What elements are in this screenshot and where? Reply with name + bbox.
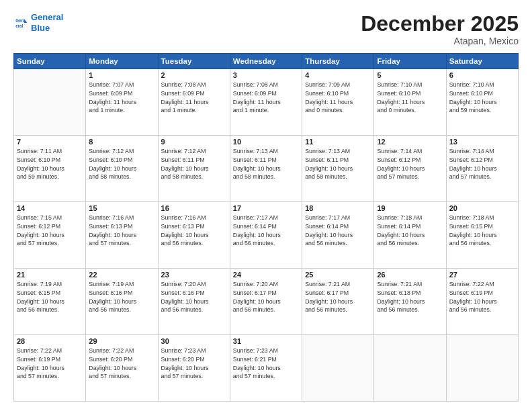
svg-text:eral: eral	[15, 24, 23, 28]
day-number: 29	[89, 337, 154, 345]
day-info: Sunrise: 7:18 AMSunset: 6:15 PMDaylight:…	[449, 214, 515, 248]
day-info: Sunrise: 7:12 AMSunset: 6:11 PMDaylight:…	[161, 147, 227, 181]
calendar-cell: 23Sunrise: 7:20 AMSunset: 6:16 PMDayligh…	[158, 269, 230, 335]
calendar-cell: 28Sunrise: 7:22 AMSunset: 6:19 PMDayligh…	[14, 335, 86, 402]
calendar-cell: 20Sunrise: 7:18 AMSunset: 6:15 PMDayligh…	[446, 202, 518, 269]
day-number: 7	[17, 138, 83, 146]
title-block: December 2025 Atapan, Mexico	[361, 12, 519, 46]
day-number: 25	[305, 271, 371, 279]
day-info: Sunrise: 7:23 AMSunset: 6:20 PMDaylight:…	[161, 347, 227, 381]
week-row-1: 1Sunrise: 7:07 AMSunset: 6:09 PMDaylight…	[14, 69, 519, 136]
weekday-header-tuesday: Tuesday	[158, 54, 230, 69]
weekday-header-saturday: Saturday	[446, 54, 518, 69]
day-number: 13	[449, 138, 515, 146]
calendar-cell	[14, 69, 86, 136]
day-number: 18	[305, 204, 371, 212]
day-number: 31	[233, 337, 299, 345]
day-number: 28	[17, 337, 83, 345]
calendar-cell: 16Sunrise: 7:16 AMSunset: 6:13 PMDayligh…	[158, 202, 230, 269]
calendar-cell: 15Sunrise: 7:16 AMSunset: 6:13 PMDayligh…	[86, 202, 158, 269]
logo-line2: Blue	[31, 23, 50, 33]
day-number: 27	[449, 271, 515, 279]
calendar-cell: 11Sunrise: 7:13 AMSunset: 6:11 PMDayligh…	[302, 136, 374, 202]
day-info: Sunrise: 7:16 AMSunset: 6:13 PMDaylight:…	[161, 214, 227, 248]
calendar-cell: 5Sunrise: 7:10 AMSunset: 6:10 PMDaylight…	[374, 69, 446, 136]
calendar-cell: 31Sunrise: 7:23 AMSunset: 6:21 PMDayligh…	[230, 335, 302, 402]
calendar-cell: 10Sunrise: 7:13 AMSunset: 6:11 PMDayligh…	[230, 136, 302, 202]
calendar-cell: 25Sunrise: 7:21 AMSunset: 6:17 PMDayligh…	[302, 269, 374, 335]
day-info: Sunrise: 7:20 AMSunset: 6:17 PMDaylight:…	[233, 280, 299, 314]
day-number: 22	[89, 271, 154, 279]
weekday-header-friday: Friday	[374, 54, 446, 69]
calendar-cell: 14Sunrise: 7:15 AMSunset: 6:12 PMDayligh…	[14, 202, 86, 269]
calendar-cell: 21Sunrise: 7:19 AMSunset: 6:15 PMDayligh…	[14, 269, 86, 335]
calendar-cell: 26Sunrise: 7:21 AMSunset: 6:18 PMDayligh…	[374, 269, 446, 335]
week-row-2: 7Sunrise: 7:11 AMSunset: 6:10 PMDaylight…	[14, 136, 519, 202]
calendar-cell: 27Sunrise: 7:22 AMSunset: 6:19 PMDayligh…	[446, 269, 518, 335]
calendar-cell: 7Sunrise: 7:11 AMSunset: 6:10 PMDaylight…	[14, 136, 86, 202]
day-number: 30	[161, 337, 227, 345]
calendar-cell	[374, 335, 446, 402]
day-info: Sunrise: 7:19 AMSunset: 6:16 PMDaylight:…	[89, 280, 154, 314]
week-row-3: 14Sunrise: 7:15 AMSunset: 6:12 PMDayligh…	[14, 202, 519, 269]
calendar-cell: 4Sunrise: 7:09 AMSunset: 6:10 PMDaylight…	[302, 69, 374, 136]
day-info: Sunrise: 7:14 AMSunset: 6:12 PMDaylight:…	[377, 147, 443, 181]
weekday-header-row: SundayMondayTuesdayWednesdayThursdayFrid…	[14, 54, 519, 69]
calendar-cell: 30Sunrise: 7:23 AMSunset: 6:20 PMDayligh…	[158, 335, 230, 402]
day-info: Sunrise: 7:21 AMSunset: 6:17 PMDaylight:…	[305, 280, 371, 314]
day-info: Sunrise: 7:08 AMSunset: 6:09 PMDaylight:…	[233, 81, 299, 115]
day-number: 12	[377, 138, 443, 146]
page: Gen eral General Blue December 2025 Atap…	[0, 0, 532, 411]
day-info: Sunrise: 7:17 AMSunset: 6:14 PMDaylight:…	[233, 214, 299, 248]
day-number: 20	[449, 204, 515, 212]
header: Gen eral General Blue December 2025 Atap…	[13, 12, 519, 46]
day-number: 15	[89, 204, 154, 212]
month-title: December 2025	[361, 12, 519, 36]
day-number: 10	[233, 138, 299, 146]
day-info: Sunrise: 7:09 AMSunset: 6:10 PMDaylight:…	[305, 81, 371, 115]
day-info: Sunrise: 7:15 AMSunset: 6:12 PMDaylight:…	[17, 214, 83, 248]
day-info: Sunrise: 7:07 AMSunset: 6:09 PMDaylight:…	[89, 81, 154, 115]
day-info: Sunrise: 7:13 AMSunset: 6:11 PMDaylight:…	[233, 147, 299, 181]
day-number: 17	[233, 204, 299, 212]
day-number: 3	[233, 71, 299, 79]
day-number: 2	[161, 71, 227, 79]
logo-icon: Gen eral	[13, 15, 28, 30]
calendar-cell: 6Sunrise: 7:10 AMSunset: 6:10 PMDaylight…	[446, 69, 518, 136]
day-number: 8	[89, 138, 154, 146]
svg-text:Gen: Gen	[15, 18, 24, 23]
logo: Gen eral General Blue	[13, 12, 63, 33]
day-info: Sunrise: 7:20 AMSunset: 6:16 PMDaylight:…	[161, 280, 227, 314]
calendar-cell	[302, 335, 374, 402]
calendar-cell: 12Sunrise: 7:14 AMSunset: 6:12 PMDayligh…	[374, 136, 446, 202]
day-info: Sunrise: 7:18 AMSunset: 6:14 PMDaylight:…	[377, 214, 443, 248]
day-number: 6	[449, 71, 515, 79]
calendar-cell: 17Sunrise: 7:17 AMSunset: 6:14 PMDayligh…	[230, 202, 302, 269]
calendar-cell: 9Sunrise: 7:12 AMSunset: 6:11 PMDaylight…	[158, 136, 230, 202]
day-number: 23	[161, 271, 227, 279]
logo-line1: General	[31, 12, 63, 22]
day-number: 16	[161, 204, 227, 212]
calendar-cell: 2Sunrise: 7:08 AMSunset: 6:09 PMDaylight…	[158, 69, 230, 136]
week-row-4: 21Sunrise: 7:19 AMSunset: 6:15 PMDayligh…	[14, 269, 519, 335]
calendar-cell: 22Sunrise: 7:19 AMSunset: 6:16 PMDayligh…	[86, 269, 158, 335]
day-info: Sunrise: 7:21 AMSunset: 6:18 PMDaylight:…	[377, 280, 443, 314]
day-number: 26	[377, 271, 443, 279]
logo-text: General Blue	[31, 12, 63, 33]
calendar-cell: 13Sunrise: 7:14 AMSunset: 6:12 PMDayligh…	[446, 136, 518, 202]
calendar-cell: 24Sunrise: 7:20 AMSunset: 6:17 PMDayligh…	[230, 269, 302, 335]
day-info: Sunrise: 7:10 AMSunset: 6:10 PMDaylight:…	[449, 81, 515, 115]
day-info: Sunrise: 7:11 AMSunset: 6:10 PMDaylight:…	[17, 147, 83, 181]
day-info: Sunrise: 7:08 AMSunset: 6:09 PMDaylight:…	[161, 81, 227, 115]
day-info: Sunrise: 7:22 AMSunset: 6:19 PMDaylight:…	[17, 347, 83, 381]
day-number: 1	[89, 71, 154, 79]
calendar-body: 1Sunrise: 7:07 AMSunset: 6:09 PMDaylight…	[14, 69, 519, 402]
day-info: Sunrise: 7:10 AMSunset: 6:10 PMDaylight:…	[377, 81, 443, 115]
weekday-header-monday: Monday	[86, 54, 158, 69]
day-info: Sunrise: 7:17 AMSunset: 6:14 PMDaylight:…	[305, 214, 371, 248]
day-number: 11	[305, 138, 371, 146]
calendar-cell	[446, 335, 518, 402]
day-info: Sunrise: 7:12 AMSunset: 6:10 PMDaylight:…	[89, 147, 154, 181]
calendar-cell: 3Sunrise: 7:08 AMSunset: 6:09 PMDaylight…	[230, 69, 302, 136]
weekday-header-thursday: Thursday	[302, 54, 374, 69]
